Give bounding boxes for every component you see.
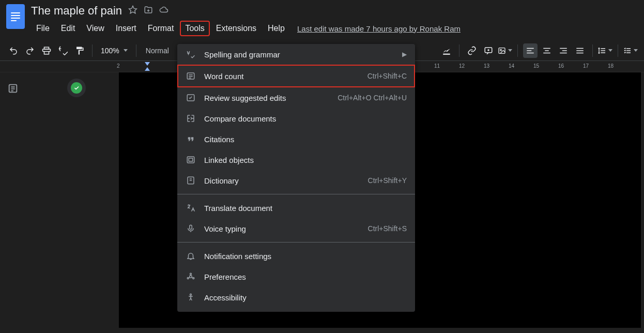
print-button[interactable]	[39, 43, 54, 58]
tools-menu-spelling-and-grammar[interactable]: Spelling and grammar▶	[177, 44, 415, 65]
svg-rect-12	[190, 225, 192, 229]
spellcheck-status-badge[interactable]	[67, 79, 86, 97]
menu-edit[interactable]: Edit	[56, 21, 81, 36]
menu-item-label: Notification settings	[204, 252, 407, 261]
align-justify-button[interactable]	[573, 43, 587, 58]
voice-icon	[186, 223, 196, 234]
menu-item-label: Preferences	[204, 273, 407, 281]
svg-point-5	[500, 49, 502, 51]
submenu-arrow-icon: ▶	[402, 51, 407, 58]
move-icon[interactable]	[144, 5, 153, 17]
document-title[interactable]: The maple of pain	[31, 4, 122, 18]
redo-button[interactable]	[23, 43, 37, 58]
menu-item-label: Citations	[204, 135, 407, 144]
menu-file[interactable]: File	[31, 21, 55, 36]
tools-menu-linked-objects[interactable]: Linked objects	[177, 149, 415, 170]
star-icon[interactable]	[128, 5, 137, 17]
menu-item-label: Translate document	[204, 204, 407, 213]
menu-view[interactable]: View	[81, 21, 109, 36]
tools-menu-review-suggested-edits[interactable]: Review suggested editsCtrl+Alt+O Ctrl+Al…	[177, 87, 415, 108]
svg-point-13	[190, 276, 192, 278]
tools-menu-citations[interactable]: Citations	[177, 129, 415, 149]
add-comment-button[interactable]	[481, 43, 496, 58]
insert-link-button[interactable]	[465, 43, 479, 58]
linked-icon	[186, 155, 196, 165]
spellcheck-button[interactable]	[56, 43, 70, 58]
spellcheck-icon	[186, 49, 196, 59]
menu-item-label: Dictionary	[204, 176, 360, 185]
menu-item-shortcut: Ctrl+Shift+C	[367, 72, 407, 80]
tools-menu-word-count[interactable]: Word countCtrl+Shift+C	[177, 65, 415, 87]
compare-icon	[186, 113, 196, 124]
citations-icon	[186, 134, 196, 144]
menu-item-label: Linked objects	[204, 156, 407, 164]
tools-menu-dictionary[interactable]: DictionaryCtrl+Shift+Y	[177, 170, 415, 191]
svg-point-14	[190, 273, 192, 275]
menu-bar: File Edit View Insert Format Tools Exten…	[31, 21, 461, 36]
paint-format-button[interactable]	[72, 43, 87, 58]
menu-help[interactable]: Help	[263, 21, 290, 36]
menu-tools[interactable]: Tools	[180, 21, 209, 36]
docs-app-icon[interactable]	[6, 4, 25, 29]
svg-rect-10	[189, 158, 193, 161]
tools-menu-notification-settings[interactable]: Notification settings	[177, 246, 415, 266]
checklist-button[interactable]	[623, 43, 638, 58]
menu-item-label: Compare documents	[204, 114, 407, 123]
svg-marker-0	[129, 6, 137, 13]
tools-dropdown-menu: Spelling and grammar▶Word countCtrl+Shif…	[177, 44, 415, 312]
menu-item-shortcut: Ctrl+Shift+Y	[368, 176, 407, 185]
align-left-button[interactable]	[523, 43, 538, 58]
word-count-icon	[186, 71, 196, 81]
menu-extensions[interactable]: Extensions	[211, 21, 262, 36]
access-icon	[186, 292, 196, 302]
svg-point-15	[187, 278, 189, 279]
svg-point-17	[190, 294, 192, 295]
menu-item-label: Spelling and grammar	[204, 50, 394, 59]
menu-item-label: Review suggested edits	[204, 94, 329, 102]
zoom-dropdown[interactable]: 100%	[98, 47, 131, 55]
tools-menu-voice-typing[interactable]: Voice typingCtrl+Shift+S	[177, 218, 415, 239]
translate-icon	[186, 203, 196, 213]
svg-rect-2	[44, 51, 49, 54]
menu-item-label: Accessibility	[204, 293, 407, 302]
dictionary-icon	[186, 175, 196, 186]
align-right-button[interactable]	[556, 43, 571, 58]
cloud-status-icon[interactable]	[159, 5, 168, 17]
paragraph-style-dropdown[interactable]: Normal	[142, 47, 173, 55]
document-outline-button[interactable]	[7, 83, 19, 96]
tools-menu-preferences[interactable]: Preferences	[177, 266, 415, 287]
review-icon	[186, 93, 196, 103]
align-center-button[interactable]	[540, 43, 554, 58]
menu-item-shortcut: Ctrl+Alt+O Ctrl+Alt+U	[338, 94, 407, 102]
svg-point-16	[193, 278, 194, 279]
menu-insert[interactable]: Insert	[111, 21, 142, 36]
undo-button[interactable]	[6, 43, 21, 58]
last-edit-link[interactable]: Last edit was made 7 hours ago by Ronak …	[297, 24, 461, 33]
menu-format[interactable]: Format	[143, 21, 179, 36]
line-spacing-button[interactable]	[598, 43, 612, 58]
menu-item-shortcut: Ctrl+Shift+S	[368, 224, 407, 233]
menu-item-label: Voice typing	[204, 224, 360, 233]
insert-image-button[interactable]	[498, 43, 512, 58]
menu-item-label: Word count	[204, 72, 359, 81]
highlight-color-button[interactable]	[439, 43, 454, 58]
svg-rect-9	[187, 157, 194, 163]
tools-menu-translate-document[interactable]: Translate document	[177, 198, 415, 218]
prefs-icon	[186, 271, 196, 282]
bell-icon	[186, 251, 196, 261]
tools-menu-compare-documents[interactable]: Compare documents	[177, 108, 415, 129]
tools-menu-accessibility[interactable]: Accessibility	[177, 287, 415, 308]
